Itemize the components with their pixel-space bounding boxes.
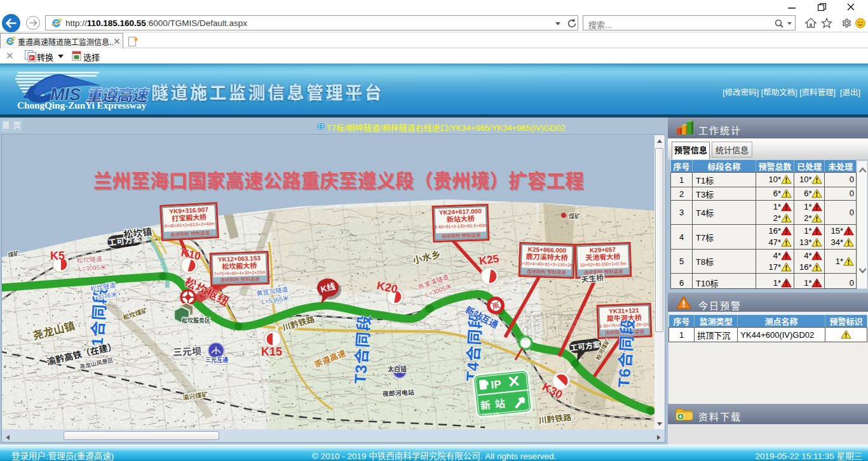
svg-text:兰州至海口国家高速公路重庆至遵义段（贵州境）扩容工程: 兰州至海口国家高速公路重庆至遵义段（贵州境）扩容工程	[93, 170, 584, 191]
svg-text:天池宥大桥: 天池宥大桥	[585, 252, 620, 262]
svg-text:K15: K15	[261, 345, 282, 358]
svg-text:太白镇: 太白镇	[388, 365, 407, 373]
svg-text:P: P	[30, 55, 33, 61]
svg-text:IP: IP	[491, 378, 502, 391]
svg-text:鹿刀溪特大桥: 鹿刀溪特大桥	[526, 252, 567, 262]
svg-text:桐梓: 桐梓	[517, 305, 583, 344]
svg-text:新站大桥: 新站大桥	[447, 214, 475, 224]
svg-text:三元坝: 三元坝	[173, 345, 202, 357]
svg-text:松坎服务区: 松坎服务区	[182, 317, 210, 324]
svg-text:三元互通: 三元互通	[205, 357, 228, 363]
svg-text:ChongQing-ZunYi Expressway: ChongQing-ZunYi Expressway	[17, 100, 146, 110]
svg-text:K5: K5	[50, 250, 65, 262]
svg-text:煤矿: 煤矿	[569, 213, 580, 220]
svg-text:松坎赮大桥: 松坎赮大桥	[222, 261, 257, 271]
